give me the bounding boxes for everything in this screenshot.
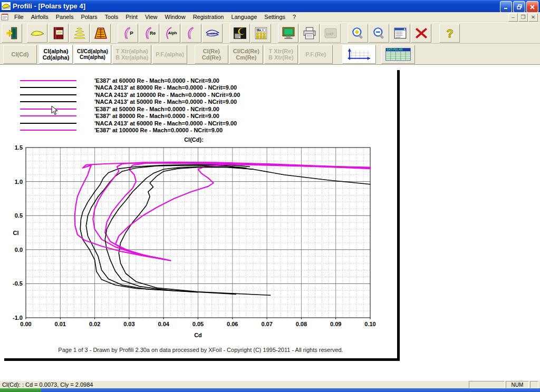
xfoil-button[interactable]: [229, 24, 250, 43]
view-button-label: Cd(Re): [202, 54, 221, 61]
view-pf-re-button[interactable]: P.F.(Re): [299, 45, 333, 64]
help-button[interactable]: ?: [439, 24, 460, 43]
svg-text:Cl: Cl: [13, 230, 19, 236]
minimize-button[interactable]: [500, 1, 512, 13]
wing-design-button[interactable]: [90, 24, 111, 43]
exit-button[interactable]: [2, 24, 22, 43]
view-clcd-button[interactable]: Cl(Cd): [3, 45, 37, 64]
svg-text:0.06: 0.06: [227, 321, 238, 327]
child-close-button[interactable]: ✕: [528, 13, 538, 22]
polar-re-button[interactable]: Re: [139, 24, 159, 43]
menu-item-airfoils[interactable]: Airfoils: [27, 13, 52, 21]
menu-item--[interactable]: ?: [289, 13, 300, 21]
polar-p-button[interactable]: P: [118, 24, 138, 43]
polar-alpha-icon: Alpha: [163, 27, 177, 40]
legend-line-swatch: [20, 80, 76, 81]
close-button[interactable]: [526, 1, 538, 13]
view-button-label: P.F.(Re): [305, 51, 326, 57]
axes-icon: [345, 47, 373, 61]
svg-text:0.10: 0.10: [364, 321, 375, 327]
legend-row: 'E387' at 60000 Re - Mach=0.0000 - NCrit…: [20, 77, 240, 84]
reynolds-calc-icon: Re =: [254, 27, 268, 40]
svg-text:0.5: 0.5: [15, 212, 23, 219]
legend-line-swatch: [20, 101, 76, 102]
help-icon: ?: [443, 27, 457, 40]
screen-view-button[interactable]: [278, 24, 298, 43]
airfoil-stack-button[interactable]: [69, 24, 90, 43]
dxf-export-button[interactable]: DXF: [320, 24, 341, 43]
reynolds-calc-button[interactable]: Re =: [250, 24, 271, 43]
view-xtr-alpha-button[interactable]: T Xtr(alpha)B Xtr(alpha): [112, 45, 151, 64]
menu-item-registration[interactable]: Registration: [189, 13, 228, 21]
view-cl-cd-re-button[interactable]: Cl(Re)Cd(Re): [195, 45, 228, 64]
menu-item-settings[interactable]: Settings: [261, 13, 289, 21]
view-button-label: Cd(alpha): [43, 54, 70, 61]
airfoil-manage-button[interactable]: [27, 24, 47, 43]
polar-curve-button[interactable]: [181, 24, 201, 43]
data-window-button[interactable]: [390, 24, 410, 43]
axes-settings-button[interactable]: [342, 45, 376, 64]
legend-row: 'E387' at 100000 Re - Mach=0.0000 - NCri…: [20, 127, 240, 134]
polar-curve-icon: [185, 27, 198, 40]
menu-item-print[interactable]: Print: [122, 13, 141, 21]
svg-text:0.02: 0.02: [89, 321, 100, 327]
view-clcd-cm-re-button[interactable]: Cl/Cd(Re)Cm(Re): [229, 45, 263, 64]
svg-text:0.08: 0.08: [296, 321, 307, 327]
print-button[interactable]: [299, 24, 320, 43]
taskbar-strip: [0, 388, 540, 392]
delete-icon: [414, 27, 428, 40]
menu-item-panels[interactable]: Panels: [52, 13, 78, 21]
menu-item-language[interactable]: Language: [227, 13, 261, 21]
child-restore-button[interactable]: ❐: [518, 13, 528, 22]
compare-airfoils-button[interactable]: [202, 24, 223, 43]
view-button-label: B Xtr(alpha): [115, 54, 148, 61]
view-pf-alpha-button[interactable]: P.F.(alpha): [152, 45, 187, 64]
zoom-in-button[interactable]: [348, 24, 368, 43]
menu-item-view[interactable]: View: [141, 13, 161, 21]
legend-line-swatch: [20, 94, 76, 95]
document-icon: [1, 13, 9, 21]
view-button-label: Cm(alpha): [80, 54, 105, 60]
menu-item-tools[interactable]: Tools: [101, 13, 122, 21]
view-button-label: Cl(alpha): [43, 48, 68, 54]
restore-button[interactable]: [513, 1, 525, 13]
view-clcd-cm-alpha-button[interactable]: Cl/Cd(alpha)Cm(alpha): [74, 45, 111, 64]
window-title: Profili - [Polars type 4]: [13, 2, 85, 10]
svg-text:?: ?: [446, 27, 453, 40]
legend-row: 'NACA 2413' at 50000 Re - Mach=0.0000 - …: [20, 99, 240, 106]
polar-data-table-button[interactable]: DATI POLARI: [381, 45, 415, 64]
polar-page: 0.000.010.020.030.040.050.060.070.080.09…: [4, 70, 400, 361]
airfoil-stack-icon: [73, 27, 86, 40]
app-logo-icon: [2, 2, 11, 10]
svg-text:0.0: 0.0: [15, 247, 23, 253]
data-window-icon: [393, 27, 407, 40]
start-button-edge: [0, 388, 41, 392]
menu-item-file[interactable]: File: [11, 13, 27, 21]
legend-line-swatch: [20, 115, 76, 116]
view-cl-cd-alpha-button[interactable]: Cl(alpha)Cd(alpha): [39, 45, 73, 64]
svg-text:0.07: 0.07: [261, 321, 272, 327]
menu-item-polars[interactable]: Polars: [77, 13, 101, 21]
status-readout: Cl(Cd): : Cd = 0.0073, Cly = 2.0984: [0, 381, 469, 388]
svg-text:0.01: 0.01: [55, 321, 66, 327]
polar-alpha-button[interactable]: Alpha: [160, 24, 180, 43]
delete-button[interactable]: [411, 24, 431, 43]
zoom-out-button[interactable]: [369, 24, 389, 43]
legend-label: 'E387' at 100000 Re - Mach=0.0000 - NCri…: [94, 127, 223, 133]
svg-text:Re =: Re =: [257, 28, 264, 32]
menu-item-window[interactable]: Window: [161, 13, 189, 21]
svg-text:0.05: 0.05: [192, 321, 204, 327]
svg-text:DXF: DXF: [326, 31, 334, 36]
child-minimize-button[interactable]: –: [508, 13, 518, 22]
airfoils-book-icon: [52, 27, 65, 40]
client-area: 0.000.010.020.030.040.050.060.070.080.09…: [0, 65, 540, 381]
legend-label: 'NACA 2413' at 80000 Re - Mach=0.0000 - …: [94, 84, 237, 91]
airfoils-book-button[interactable]: [48, 24, 69, 43]
view-xtr-re-button[interactable]: T Xtr(Re)B Xtr(Re): [264, 45, 298, 64]
svg-text:-0.5: -0.5: [13, 280, 23, 287]
legend-row: 'NACA 2413' at 80000 Re - Mach=0.0000 - …: [20, 84, 240, 92]
svg-text:Re: Re: [150, 31, 156, 36]
screen-icon: [282, 27, 295, 40]
status-bar: Cl(Cd): : Cd = 0.0073, Cly = 2.0984 NUM: [0, 380, 540, 388]
dxf-icon: DXF: [324, 27, 338, 40]
